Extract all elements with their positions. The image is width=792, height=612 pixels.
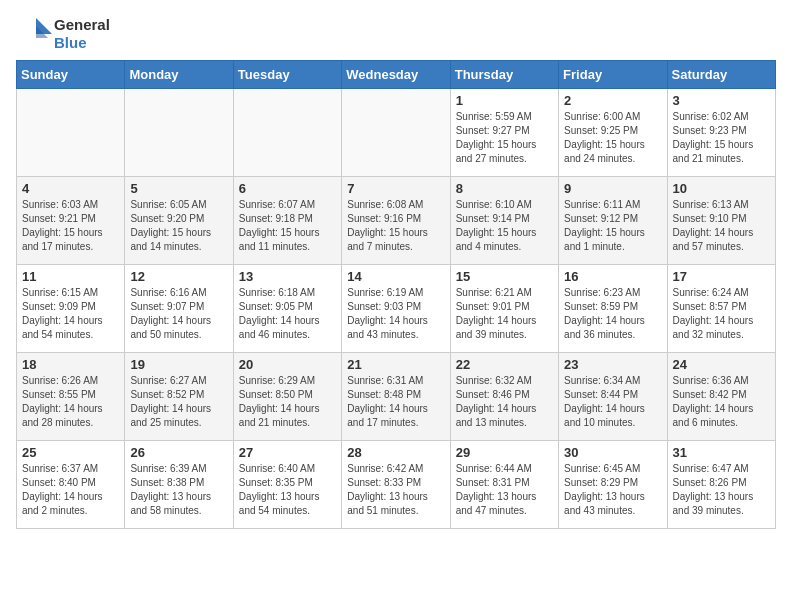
day-number: 28 — [347, 445, 444, 460]
day-info: Sunrise: 6:21 AM Sunset: 9:01 PM Dayligh… — [456, 286, 553, 342]
day-number: 9 — [564, 181, 661, 196]
day-info: Sunrise: 6:36 AM Sunset: 8:42 PM Dayligh… — [673, 374, 770, 430]
day-info: Sunrise: 6:29 AM Sunset: 8:50 PM Dayligh… — [239, 374, 336, 430]
day-info: Sunrise: 6:34 AM Sunset: 8:44 PM Dayligh… — [564, 374, 661, 430]
day-number: 7 — [347, 181, 444, 196]
calendar-cell: 28Sunrise: 6:42 AM Sunset: 8:33 PM Dayli… — [342, 441, 450, 529]
day-info: Sunrise: 6:13 AM Sunset: 9:10 PM Dayligh… — [673, 198, 770, 254]
calendar-cell: 4Sunrise: 6:03 AM Sunset: 9:21 PM Daylig… — [17, 177, 125, 265]
header-cell-monday: Monday — [125, 61, 233, 89]
day-number: 14 — [347, 269, 444, 284]
day-info: Sunrise: 6:24 AM Sunset: 8:57 PM Dayligh… — [673, 286, 770, 342]
day-number: 17 — [673, 269, 770, 284]
logo-container: General Blue — [16, 16, 110, 52]
day-info: Sunrise: 6:26 AM Sunset: 8:55 PM Dayligh… — [22, 374, 119, 430]
day-number: 26 — [130, 445, 227, 460]
header-cell-tuesday: Tuesday — [233, 61, 341, 89]
day-number: 23 — [564, 357, 661, 372]
calendar-cell: 9Sunrise: 6:11 AM Sunset: 9:12 PM Daylig… — [559, 177, 667, 265]
calendar-cell: 12Sunrise: 6:16 AM Sunset: 9:07 PM Dayli… — [125, 265, 233, 353]
day-info: Sunrise: 6:32 AM Sunset: 8:46 PM Dayligh… — [456, 374, 553, 430]
day-number: 15 — [456, 269, 553, 284]
day-info: Sunrise: 6:18 AM Sunset: 9:05 PM Dayligh… — [239, 286, 336, 342]
day-info: Sunrise: 6:42 AM Sunset: 8:33 PM Dayligh… — [347, 462, 444, 518]
calendar-week-5: 25Sunrise: 6:37 AM Sunset: 8:40 PM Dayli… — [17, 441, 776, 529]
day-info: Sunrise: 6:00 AM Sunset: 9:25 PM Dayligh… — [564, 110, 661, 166]
calendar-cell — [125, 89, 233, 177]
day-info: Sunrise: 6:08 AM Sunset: 9:16 PM Dayligh… — [347, 198, 444, 254]
day-number: 4 — [22, 181, 119, 196]
day-info: Sunrise: 6:39 AM Sunset: 8:38 PM Dayligh… — [130, 462, 227, 518]
calendar-cell: 5Sunrise: 6:05 AM Sunset: 9:20 PM Daylig… — [125, 177, 233, 265]
calendar-cell: 21Sunrise: 6:31 AM Sunset: 8:48 PM Dayli… — [342, 353, 450, 441]
day-info: Sunrise: 6:07 AM Sunset: 9:18 PM Dayligh… — [239, 198, 336, 254]
day-number: 13 — [239, 269, 336, 284]
day-number: 1 — [456, 93, 553, 108]
calendar-cell: 1Sunrise: 5:59 AM Sunset: 9:27 PM Daylig… — [450, 89, 558, 177]
day-info: Sunrise: 6:11 AM Sunset: 9:12 PM Dayligh… — [564, 198, 661, 254]
header: General Blue — [16, 16, 776, 52]
day-number: 22 — [456, 357, 553, 372]
calendar-cell: 11Sunrise: 6:15 AM Sunset: 9:09 PM Dayli… — [17, 265, 125, 353]
calendar-cell: 22Sunrise: 6:32 AM Sunset: 8:46 PM Dayli… — [450, 353, 558, 441]
calendar-cell: 25Sunrise: 6:37 AM Sunset: 8:40 PM Dayli… — [17, 441, 125, 529]
calendar-cell: 29Sunrise: 6:44 AM Sunset: 8:31 PM Dayli… — [450, 441, 558, 529]
calendar-cell: 3Sunrise: 6:02 AM Sunset: 9:23 PM Daylig… — [667, 89, 775, 177]
calendar-cell: 6Sunrise: 6:07 AM Sunset: 9:18 PM Daylig… — [233, 177, 341, 265]
day-info: Sunrise: 6:27 AM Sunset: 8:52 PM Dayligh… — [130, 374, 227, 430]
calendar-cell: 10Sunrise: 6:13 AM Sunset: 9:10 PM Dayli… — [667, 177, 775, 265]
calendar-week-4: 18Sunrise: 6:26 AM Sunset: 8:55 PM Dayli… — [17, 353, 776, 441]
day-info: Sunrise: 6:16 AM Sunset: 9:07 PM Dayligh… — [130, 286, 227, 342]
calendar-cell: 18Sunrise: 6:26 AM Sunset: 8:55 PM Dayli… — [17, 353, 125, 441]
day-info: Sunrise: 6:47 AM Sunset: 8:26 PM Dayligh… — [673, 462, 770, 518]
logo: General Blue — [16, 16, 110, 52]
day-info: Sunrise: 6:03 AM Sunset: 9:21 PM Dayligh… — [22, 198, 119, 254]
header-cell-saturday: Saturday — [667, 61, 775, 89]
calendar-cell: 13Sunrise: 6:18 AM Sunset: 9:05 PM Dayli… — [233, 265, 341, 353]
day-info: Sunrise: 6:19 AM Sunset: 9:03 PM Dayligh… — [347, 286, 444, 342]
day-number: 31 — [673, 445, 770, 460]
day-number: 12 — [130, 269, 227, 284]
header-cell-sunday: Sunday — [17, 61, 125, 89]
day-info: Sunrise: 6:45 AM Sunset: 8:29 PM Dayligh… — [564, 462, 661, 518]
calendar-cell: 23Sunrise: 6:34 AM Sunset: 8:44 PM Dayli… — [559, 353, 667, 441]
day-number: 11 — [22, 269, 119, 284]
day-number: 16 — [564, 269, 661, 284]
calendar-cell: 26Sunrise: 6:39 AM Sunset: 8:38 PM Dayli… — [125, 441, 233, 529]
day-info: Sunrise: 6:40 AM Sunset: 8:35 PM Dayligh… — [239, 462, 336, 518]
day-number: 3 — [673, 93, 770, 108]
calendar-cell: 7Sunrise: 6:08 AM Sunset: 9:16 PM Daylig… — [342, 177, 450, 265]
header-cell-wednesday: Wednesday — [342, 61, 450, 89]
header-row: SundayMondayTuesdayWednesdayThursdayFrid… — [17, 61, 776, 89]
calendar-cell: 30Sunrise: 6:45 AM Sunset: 8:29 PM Dayli… — [559, 441, 667, 529]
day-number: 27 — [239, 445, 336, 460]
header-cell-thursday: Thursday — [450, 61, 558, 89]
logo-graphic — [16, 16, 52, 52]
calendar-cell: 16Sunrise: 6:23 AM Sunset: 8:59 PM Dayli… — [559, 265, 667, 353]
day-number: 21 — [347, 357, 444, 372]
day-number: 24 — [673, 357, 770, 372]
day-info: Sunrise: 6:31 AM Sunset: 8:48 PM Dayligh… — [347, 374, 444, 430]
calendar-cell: 19Sunrise: 6:27 AM Sunset: 8:52 PM Dayli… — [125, 353, 233, 441]
calendar-cell: 31Sunrise: 6:47 AM Sunset: 8:26 PM Dayli… — [667, 441, 775, 529]
day-info: Sunrise: 6:05 AM Sunset: 9:20 PM Dayligh… — [130, 198, 227, 254]
day-info: Sunrise: 6:02 AM Sunset: 9:23 PM Dayligh… — [673, 110, 770, 166]
day-info: Sunrise: 5:59 AM Sunset: 9:27 PM Dayligh… — [456, 110, 553, 166]
calendar-cell — [17, 89, 125, 177]
day-number: 30 — [564, 445, 661, 460]
day-info: Sunrise: 6:44 AM Sunset: 8:31 PM Dayligh… — [456, 462, 553, 518]
day-number: 18 — [22, 357, 119, 372]
day-number: 20 — [239, 357, 336, 372]
header-cell-friday: Friday — [559, 61, 667, 89]
calendar-cell: 14Sunrise: 6:19 AM Sunset: 9:03 PM Dayli… — [342, 265, 450, 353]
calendar-cell: 17Sunrise: 6:24 AM Sunset: 8:57 PM Dayli… — [667, 265, 775, 353]
calendar-cell — [233, 89, 341, 177]
day-number: 10 — [673, 181, 770, 196]
calendar-cell — [342, 89, 450, 177]
calendar-cell: 15Sunrise: 6:21 AM Sunset: 9:01 PM Dayli… — [450, 265, 558, 353]
calendar-cell: 8Sunrise: 6:10 AM Sunset: 9:14 PM Daylig… — [450, 177, 558, 265]
day-number: 6 — [239, 181, 336, 196]
calendar-cell: 20Sunrise: 6:29 AM Sunset: 8:50 PM Dayli… — [233, 353, 341, 441]
calendar-week-2: 4Sunrise: 6:03 AM Sunset: 9:21 PM Daylig… — [17, 177, 776, 265]
day-info: Sunrise: 6:15 AM Sunset: 9:09 PM Dayligh… — [22, 286, 119, 342]
